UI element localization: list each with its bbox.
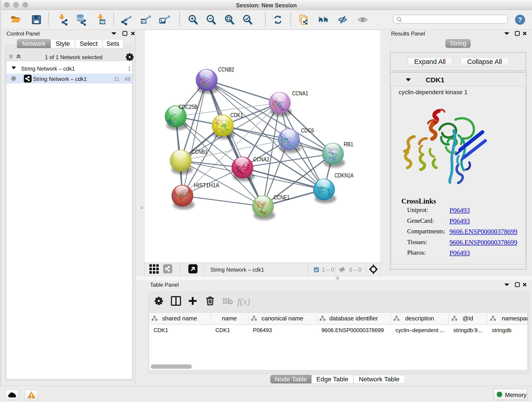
svg-text:CDKN1A: CDKN1A xyxy=(335,172,354,179)
svg-text:CDK1: CDK1 xyxy=(230,112,243,119)
svg-text:HIST1H1A: HIST1H1A xyxy=(194,182,220,189)
svg-text:CDC25B: CDC25B xyxy=(178,103,197,110)
svg-text:RB1: RB1 xyxy=(344,141,353,148)
svg-text:CCNA1: CCNA1 xyxy=(292,90,308,97)
svg-text:CCNB1: CCNB1 xyxy=(191,148,208,155)
svg-text:CCNA2: CCNA2 xyxy=(253,156,269,163)
svg-text:CDC6: CDC6 xyxy=(301,127,314,134)
svg-text:CCNE1: CCNE1 xyxy=(273,194,290,201)
svg-text:?: ? xyxy=(518,16,522,23)
svg-text:CCNB2: CCNB2 xyxy=(218,66,234,73)
